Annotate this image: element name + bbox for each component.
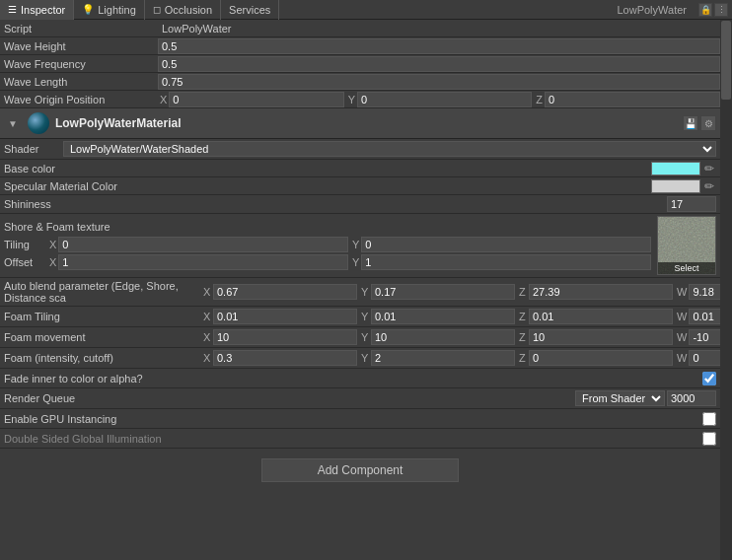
- tab-services[interactable]: Services: [221, 0, 279, 20]
- base-color-label: Base color: [4, 163, 651, 175]
- auto-blend-x-label: X: [201, 286, 213, 298]
- offset-y-input[interactable]: [361, 254, 651, 270]
- script-row: Script LowPolyWater: [0, 20, 720, 37]
- specular-color-row: Specular Material Color ✏: [0, 177, 720, 195]
- auto-blend-fields: X Y Z W: [201, 284, 720, 300]
- foam-intensity-x-label: X: [201, 352, 213, 364]
- window-controls: 🔒 ⋮: [695, 3, 732, 17]
- auto-blend-z-input[interactable]: [529, 284, 673, 300]
- tab-inspector[interactable]: ☰ Inspector: [0, 0, 74, 20]
- foam-movement-w-input[interactable]: [689, 329, 720, 345]
- foam-intensity-w-field: W: [675, 350, 720, 366]
- texture-thumbnail[interactable]: Select: [657, 216, 716, 275]
- main-content: Script LowPolyWater Wave Height Wave Fre…: [0, 20, 732, 560]
- wave-origin-y-field: Y: [346, 92, 533, 107]
- wave-height-label: Wave Height: [0, 38, 158, 54]
- tab-lighting[interactable]: 💡 Lighting: [74, 0, 145, 20]
- base-color-swatch[interactable]: [651, 162, 700, 175]
- material-save-icon[interactable]: 💾: [683, 115, 698, 131]
- material-sphere: [28, 112, 49, 134]
- auto-blend-x-input[interactable]: [213, 284, 357, 300]
- double-sided-checkbox[interactable]: [702, 432, 716, 446]
- base-color-edit-icon[interactable]: ✏: [702, 162, 716, 175]
- gpu-instancing-checkbox[interactable]: [702, 412, 716, 426]
- tab-inspector-label: Inspector: [21, 4, 65, 16]
- x-label: X: [158, 94, 169, 105]
- tiling-label: Tiling: [4, 239, 43, 250]
- lighting-icon: 💡: [82, 4, 94, 15]
- menu-button[interactable]: ⋮: [714, 3, 728, 17]
- lock-button[interactable]: 🔒: [698, 3, 712, 17]
- foam-intensity-y-input[interactable]: [371, 350, 515, 366]
- wave-origin-y-input[interactable]: [357, 92, 532, 107]
- script-value: LowPolyWater: [158, 21, 720, 36]
- tiling-x-label: X: [47, 239, 58, 250]
- foam-intensity-w-input[interactable]: [689, 350, 720, 366]
- shininess-input[interactable]: [667, 196, 716, 212]
- scrollbar: [720, 20, 732, 560]
- wave-origin-row: Wave Origin Position X Y Z: [0, 91, 720, 108]
- render-queue-select[interactable]: From Shader: [575, 390, 665, 406]
- render-queue-row: Render Queue From Shader: [0, 388, 720, 409]
- material-settings-icon[interactable]: ⚙: [700, 115, 716, 131]
- foam-tiling-z-input[interactable]: [529, 309, 673, 324]
- wave-length-label: Wave Length: [0, 74, 158, 90]
- offset-label: Offset: [4, 256, 43, 268]
- foam-movement-x-input[interactable]: [213, 329, 357, 345]
- add-component-button[interactable]: Add Component: [261, 458, 459, 482]
- material-expand-arrow[interactable]: ▼: [4, 118, 22, 129]
- offset-xy: X Y: [47, 254, 651, 270]
- foam-tiling-x-input[interactable]: [213, 309, 357, 324]
- inspector-panel: Script LowPolyWater Wave Height Wave Fre…: [0, 20, 720, 560]
- foam-movement-y-input[interactable]: [371, 329, 515, 345]
- shininess-row: Shininess: [0, 195, 720, 214]
- shader-select[interactable]: LowPolyWater/WaterShaded: [63, 141, 716, 157]
- fade-inner-checkbox[interactable]: [702, 372, 716, 385]
- foam-tiling-z-field: Z: [517, 309, 673, 324]
- gpu-instancing-row: Enable GPU Instancing: [0, 409, 720, 429]
- occlusion-icon: ◻: [153, 4, 161, 15]
- texture-select-btn[interactable]: Select: [658, 262, 715, 274]
- foam-movement-label: Foam movement: [4, 331, 201, 343]
- foam-tiling-y-input[interactable]: [371, 309, 515, 324]
- foam-intensity-y-field: Y: [359, 350, 515, 366]
- foam-movement-z-input[interactable]: [529, 329, 673, 345]
- foam-tiling-x-label: X: [201, 311, 213, 322]
- offset-y-label: Y: [350, 256, 361, 268]
- base-color-row: Base color ✏: [0, 160, 720, 177]
- wave-frequency-row: Wave Frequency: [0, 55, 720, 73]
- wave-origin-x-field: X: [158, 92, 344, 107]
- tiling-y-field: Y: [350, 237, 651, 252]
- auto-blend-x-field: X: [201, 284, 357, 300]
- tiling-x-input[interactable]: [58, 237, 348, 252]
- double-sided-row: Double Sided Global Illumination: [0, 429, 720, 449]
- foam-movement-x-field: X: [201, 329, 357, 345]
- shininess-label: Shininess: [4, 198, 667, 210]
- foam-intensity-x-input[interactable]: [213, 350, 357, 366]
- tiling-y-input[interactable]: [361, 237, 651, 252]
- foam-tiling-w-input[interactable]: [689, 309, 720, 324]
- gpu-instancing-label: Enable GPU Instancing: [4, 413, 702, 425]
- wave-origin-x-input[interactable]: [169, 92, 343, 107]
- wave-origin-z-input[interactable]: [545, 92, 720, 107]
- wave-height-row: Wave Height: [0, 37, 720, 55]
- render-queue-input[interactable]: [667, 390, 716, 406]
- offset-x-input[interactable]: [58, 254, 348, 270]
- wave-length-input[interactable]: [158, 74, 720, 90]
- wave-frequency-input[interactable]: [158, 56, 720, 72]
- specular-color-edit-icon[interactable]: ✏: [702, 179, 716, 193]
- foam-intensity-z-input[interactable]: [529, 350, 673, 366]
- tab-occlusion[interactable]: ◻ Occlusion: [145, 0, 221, 20]
- offset-x-field: X: [47, 254, 348, 270]
- scrollbar-thumb[interactable]: [721, 21, 731, 100]
- foam-movement-z-label: Z: [517, 331, 529, 343]
- foam-movement-w-field: W: [675, 329, 720, 345]
- specular-color-swatch[interactable]: [651, 179, 700, 193]
- auto-blend-y-input[interactable]: [371, 284, 515, 300]
- auto-blend-w-field: W: [675, 284, 720, 300]
- fade-inner-label: Fade inner to color or alpha?: [4, 373, 702, 385]
- wave-height-input[interactable]: [158, 38, 720, 54]
- foam-movement-z-field: Z: [517, 329, 673, 345]
- foam-tiling-z-label: Z: [517, 311, 529, 322]
- auto-blend-w-input[interactable]: [689, 284, 720, 300]
